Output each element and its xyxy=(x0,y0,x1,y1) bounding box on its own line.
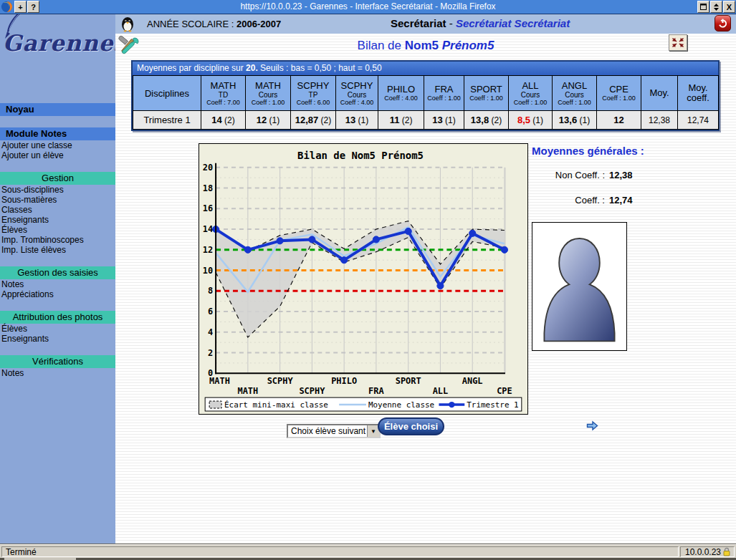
school-year: ANNÉE SCOLAIRE : 2006-2007 xyxy=(147,19,281,29)
sidebar-item[interactable]: Sous-disciplines xyxy=(0,185,115,195)
svg-text:Moyenne classe: Moyenne classe xyxy=(368,400,434,410)
grades-table: DisciplinesMATHTDCoeff : 7.00MATHCoursCo… xyxy=(133,75,719,130)
logout-power-button[interactable] xyxy=(715,15,731,32)
column-header: MATHTDCoeff : 7.00 xyxy=(201,76,246,111)
grade-cell: 13,8 (2) xyxy=(464,111,509,130)
main-content: Bilan de Nom5 Prénom5 Moyennes par disci… xyxy=(115,34,736,544)
session-role: Secrétariat xyxy=(391,17,446,29)
column-header: FRACoeff : 1.00 xyxy=(424,76,464,111)
column-header: ANGLCoursCoeff : 1.00 xyxy=(553,76,597,111)
session-user: Secrétariat Secrétariat xyxy=(456,17,570,29)
lock-icon xyxy=(723,547,730,556)
svg-text:Bilan de Nom5 Prénom5: Bilan de Nom5 Prénom5 xyxy=(297,150,424,161)
student-select[interactable]: Choix élève suivant ▼ xyxy=(287,424,381,438)
sidebar-section-header: Vérifications xyxy=(0,355,115,368)
svg-text:10: 10 xyxy=(203,266,213,276)
sidebar-menu: NoyauModule NotesAjouter une classeAjout… xyxy=(0,103,115,378)
chart-panel: Bilan de Nom5 Prénom502468101214161820MA… xyxy=(199,143,530,416)
svg-text:20: 20 xyxy=(203,163,213,173)
svg-text:ANGL: ANGL xyxy=(462,376,483,386)
grade-cell: 13 (1) xyxy=(424,111,464,130)
sidebar-item[interactable]: Enseignants xyxy=(0,334,115,344)
sidebar-section-header: Noyau xyxy=(0,103,115,116)
top-strip: ANNÉE SCOLAIRE : 2006-2007 Secrétariat -… xyxy=(115,14,736,34)
row-label: Trimestre 1 xyxy=(133,111,201,130)
svg-text:MATH: MATH xyxy=(237,386,258,396)
grade-cell: 13 (1) xyxy=(336,111,378,130)
student-firstname: Prénom5 xyxy=(439,39,494,52)
column-header: Moy. coeff. xyxy=(678,76,719,111)
sidebar-item[interactable]: Enseignants xyxy=(0,215,115,225)
svg-text:CPE: CPE xyxy=(497,386,512,396)
app-logo: Garennes xyxy=(0,14,115,62)
sidebar-item[interactable]: Imp. Trombinoscopes xyxy=(0,235,115,245)
sidebar-item[interactable]: Notes xyxy=(0,368,115,378)
shade-button[interactable] xyxy=(710,1,722,13)
status-host: 10.0.0.23 xyxy=(680,546,735,557)
svg-text:Écart mini-maxi classe: Écart mini-maxi classe xyxy=(224,400,328,410)
grade-cell: 12 (1) xyxy=(246,111,291,130)
browser-window: + ? https://10.0.0.23 - Garennes - Inter… xyxy=(0,0,736,560)
svg-text:16: 16 xyxy=(203,203,213,213)
svg-text:MATH: MATH xyxy=(209,376,230,386)
maximize-button[interactable] xyxy=(697,1,709,13)
expand-icon[interactable] xyxy=(669,34,687,51)
svg-text:Trimestre 1: Trimestre 1 xyxy=(467,400,518,410)
close-icon[interactable]: X xyxy=(723,1,735,13)
status-bar: Terminé 10.0.0.23 xyxy=(0,544,736,560)
tux-penguin-icon xyxy=(120,16,135,35)
status-text: Terminé xyxy=(1,546,679,557)
general-averages: Non Coeff. :12,38Coeff. :12,74 xyxy=(537,170,673,206)
sidebar-item[interactable]: Ajouter un élève xyxy=(0,150,115,160)
column-header: MATHCoursCoeff : 1.00 xyxy=(246,76,291,111)
grade-cell: 8,5 (1) xyxy=(509,111,553,130)
grades-table-panel: Moyennes par discipline sur 20. Seuils :… xyxy=(131,60,720,131)
window-title: https://10.0.0.23 - Garennes - Interface… xyxy=(0,0,736,14)
sidebar-item[interactable]: Ajouter une classe xyxy=(0,140,115,150)
sidebar-item[interactable]: Sous-matières xyxy=(0,195,115,205)
column-header: ALLCoursCoeff : 1.00 xyxy=(509,76,553,111)
disciplines-header: Disciplines xyxy=(133,76,201,111)
column-header: SCPHYCoursCoeff : 4.00 xyxy=(336,76,378,111)
window-titlebar: + ? https://10.0.0.23 - Garennes - Inter… xyxy=(0,0,736,14)
student-lastname: Nom5 xyxy=(405,39,439,52)
eleve-choisi-button[interactable]: Élève choisi xyxy=(378,417,444,435)
sidebar-item[interactable]: Classes xyxy=(0,205,115,215)
grade-cell: 11 (2) xyxy=(378,111,424,130)
svg-text:12: 12 xyxy=(203,245,213,255)
svg-text:SCPHY: SCPHY xyxy=(299,386,325,396)
student-photo-frame xyxy=(532,222,627,351)
column-header: SCPHYTPCoeff : 6.00 xyxy=(291,76,336,111)
sidebar-item[interactable]: Appréciations xyxy=(0,289,115,299)
sidebar-item[interactable]: Imp. Liste élèves xyxy=(0,245,115,255)
sidebar-item[interactable]: Notes xyxy=(0,279,115,289)
firefox-icon xyxy=(1,1,13,13)
average-label: Coeff. : xyxy=(537,195,605,206)
average-value: 12,74 xyxy=(609,195,673,206)
avatar xyxy=(537,227,621,346)
sidebar-section-header: Gestion xyxy=(0,172,115,185)
svg-text:4: 4 xyxy=(208,327,213,337)
toolbar-plus-button[interactable]: + xyxy=(14,1,27,13)
svg-text:8: 8 xyxy=(208,286,213,296)
svg-text:6: 6 xyxy=(208,306,213,317)
grade-cell: 12,87 (2) xyxy=(291,111,336,130)
svg-text:ALL: ALL xyxy=(433,386,449,396)
sidebar-item[interactable]: Élèves xyxy=(0,324,115,334)
toolbar-help-button[interactable]: ? xyxy=(27,1,39,13)
grade-cell: 13,6 (1) xyxy=(553,111,597,130)
svg-text:18: 18 xyxy=(203,183,213,193)
next-student-arrow-icon[interactable] xyxy=(586,420,598,434)
average-label: Non Coeff. : xyxy=(537,170,605,180)
sidebar-item[interactable]: Élèves xyxy=(0,225,115,235)
column-header: SPORTCoeff : 1.00 xyxy=(464,76,509,111)
sidebar-section-header: Gestion des saisies xyxy=(0,266,115,279)
general-averages-heading: Moyennes générales : xyxy=(532,145,644,157)
grade-cell: 12,38 xyxy=(641,111,678,130)
grade-cell: 12 xyxy=(597,111,641,130)
sidebar-section-header: Attribution des photos xyxy=(0,311,115,324)
page-title: Bilan de Nom5 Prénom5 xyxy=(115,39,736,53)
svg-text:SCPHY: SCPHY xyxy=(267,376,294,386)
session-info: Secrétariat - Secrétariat Secrétariat xyxy=(391,17,570,29)
grade-cell: 12,74 xyxy=(678,111,719,130)
